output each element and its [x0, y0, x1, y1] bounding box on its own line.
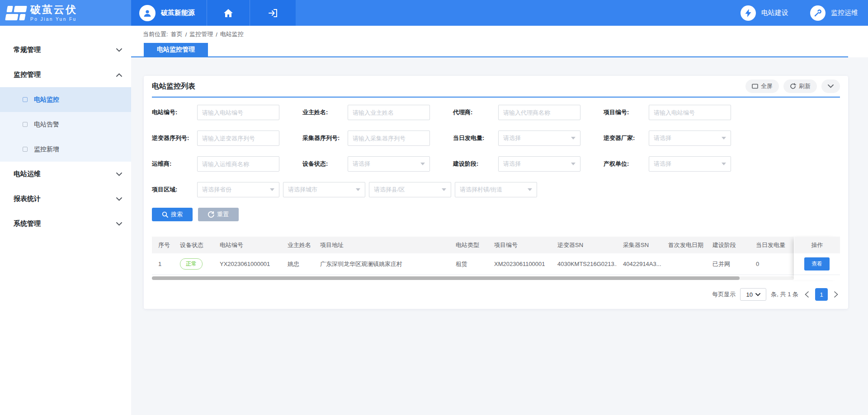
- caret-down-icon: [571, 163, 576, 165]
- device-status-select[interactable]: 请选择: [348, 156, 430, 172]
- nav-monitor-om[interactable]: 监控运维: [810, 0, 858, 26]
- col-header-operation: 操作: [794, 237, 840, 253]
- sidebar-subitem-label: 电站监控: [34, 96, 59, 104]
- breadcrumb-home[interactable]: 首页: [171, 30, 183, 38]
- station-no-input[interactable]: [197, 105, 279, 120]
- collapse-panel-button[interactable]: [821, 79, 840, 93]
- region-city-select[interactable]: 请选择城市: [283, 182, 365, 197]
- agent-input[interactable]: [498, 105, 580, 120]
- sidebar-submenu-monitoring: 电站监控 电站告警 监控新增: [0, 87, 131, 162]
- sidebar-item-general[interactable]: 常规管理: [0, 37, 131, 62]
- page-number-button[interactable]: 1: [815, 288, 828, 301]
- sidebar-item-station-alarm[interactable]: 电站告警: [0, 112, 131, 137]
- prev-page-button[interactable]: [803, 291, 811, 298]
- col-header-station-no: 电站编号: [213, 241, 281, 249]
- refresh-icon: [790, 83, 796, 89]
- region-province-select[interactable]: 请选择省份: [197, 182, 279, 197]
- project-no-input[interactable]: [649, 105, 731, 120]
- per-page-select[interactable]: 10: [740, 288, 766, 301]
- cell-inverter-sn: 4030KMTS216G0213...: [551, 261, 617, 267]
- sidebar-item-system[interactable]: 系统管理: [0, 211, 131, 236]
- sidebar-item-label: 报表统计: [14, 195, 116, 203]
- col-header-address: 项目地址: [314, 241, 449, 249]
- inverter-sn-label: 逆变器序列号:: [152, 134, 197, 142]
- caret-down-icon: [442, 188, 446, 191]
- search-label: 搜索: [171, 210, 183, 219]
- status-badge: 正常: [180, 258, 203, 270]
- search-button[interactable]: 搜索: [152, 208, 193, 221]
- user-avatar-icon: [139, 5, 156, 21]
- sidebar-item-station-monitor[interactable]: 电站监控: [0, 87, 131, 112]
- login-button[interactable]: [250, 0, 296, 26]
- breadcrumb-station-monitor: 电站监控: [220, 30, 244, 38]
- cell-address: 广东深圳龙华区观澜镇姚家庄村: [314, 260, 449, 268]
- breadcrumb-monitoring[interactable]: 监控管理: [189, 30, 213, 38]
- reset-icon: [208, 211, 214, 218]
- region-town-select[interactable]: 请选择村镇/街道: [455, 182, 537, 197]
- content: 当前位置: 首页 / 监控管理 / 电站监控 电站监控管理 电站监控列表 全屏: [131, 26, 868, 415]
- next-page-button[interactable]: [832, 291, 840, 298]
- nav-station-build[interactable]: 电站建设: [741, 0, 788, 26]
- select-placeholder: 请选择村镇/街道: [460, 186, 528, 194]
- logo: 破茧云伏 Po Jian Yun Fu: [0, 0, 131, 26]
- total-count-label: 条, 共 1 条: [771, 290, 798, 298]
- select-placeholder: 请选择: [503, 160, 571, 168]
- inverter-vendor-select[interactable]: 请选择: [649, 131, 731, 146]
- breadcrumb-separator: /: [185, 31, 187, 38]
- topbar: 破茧云伏 Po Jian Yun Fu 破茧新能源 电站建设: [0, 0, 868, 26]
- chevron-up-icon: [116, 73, 122, 77]
- cell-index: 1: [152, 261, 174, 267]
- property-unit-select[interactable]: 请选择: [649, 156, 731, 172]
- daily-power-select[interactable]: 请选择: [498, 131, 580, 146]
- sidebar-item-station-om[interactable]: 电站运维: [0, 162, 131, 187]
- chevron-down-icon: [116, 173, 122, 176]
- caret-down-icon: [722, 163, 726, 165]
- cell-owner: 姚忠: [281, 260, 314, 268]
- col-header-inverter-sn: 逆变器SN: [551, 241, 617, 249]
- device-status-label: 设备状态:: [302, 160, 348, 168]
- inverter-sn-input[interactable]: [197, 131, 279, 146]
- sidebar-item-label: 系统管理: [14, 219, 116, 228]
- panel-header: 电站监控列表 全屏 刷新: [152, 76, 840, 98]
- login-icon: [268, 9, 278, 18]
- logo-title: 破茧云伏: [30, 4, 77, 15]
- sidebar: 常规管理 监控管理 电站监控 电站告警 监控新增 电站运维: [0, 26, 131, 415]
- cell-station-no: YX2023061000001: [213, 261, 281, 267]
- doc-icon: [23, 97, 28, 102]
- daily-power-label: 当日发电量:: [453, 134, 498, 142]
- om-vendor-input[interactable]: [197, 156, 279, 172]
- reset-label: 重置: [217, 210, 229, 219]
- reset-button[interactable]: 重置: [198, 208, 239, 221]
- pagination: 每页显示 10 条, 共 1 条 1: [152, 288, 840, 301]
- scrollbar-thumb[interactable]: [152, 276, 740, 280]
- search-icon: [162, 211, 168, 218]
- table-row: 1 正常 YX2023061000001 姚忠 广东深圳龙华区观澜镇姚家庄村 租…: [152, 253, 794, 275]
- region-label: 项目区域:: [152, 186, 197, 194]
- nav-station-build-label: 电站建设: [761, 9, 788, 17]
- doc-icon: [23, 147, 28, 152]
- chevron-down-icon: [116, 222, 122, 226]
- region-district-select[interactable]: 请选择县/区: [369, 182, 451, 197]
- sidebar-item-monitoring[interactable]: 监控管理: [0, 62, 131, 87]
- home-button[interactable]: [207, 0, 250, 26]
- breadcrumb-separator: /: [216, 31, 217, 38]
- refresh-button[interactable]: 刷新: [783, 79, 817, 93]
- sidebar-item-reports[interactable]: 报表统计: [0, 187, 131, 211]
- project-no-label: 项目编号:: [604, 108, 649, 117]
- col-header-device-status: 设备状态: [174, 241, 213, 249]
- cell-operation: 查看: [794, 253, 840, 275]
- owner-name-input[interactable]: [348, 105, 430, 120]
- fullscreen-button[interactable]: 全屏: [745, 79, 779, 93]
- collector-sn-input[interactable]: [348, 131, 430, 146]
- horizontal-scrollbar[interactable]: [152, 276, 794, 280]
- caret-down-icon: [528, 188, 532, 191]
- tab-station-monitor-mgmt[interactable]: 电站监控管理: [144, 43, 208, 56]
- sidebar-item-monitor-add[interactable]: 监控新增: [0, 137, 131, 162]
- col-header-project-no: 项目编号: [488, 241, 551, 249]
- tabs-row: 电站监控管理: [131, 43, 868, 57]
- view-button[interactable]: 查看: [804, 257, 830, 270]
- build-stage-select[interactable]: 请选择: [498, 156, 580, 172]
- user-menu[interactable]: 破茧新能源: [131, 0, 207, 26]
- sidebar-item-label: 电站运维: [14, 170, 116, 178]
- logo-subtitle: Po Jian Yun Fu: [30, 17, 77, 22]
